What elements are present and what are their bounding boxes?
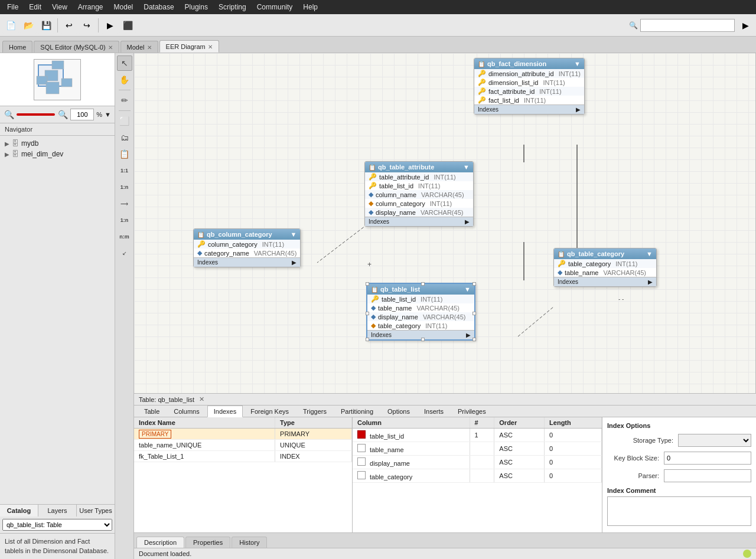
eer-table-category-header[interactable]: 📋 qb_table_category ▼ (554, 249, 656, 259)
tab-sql-editor[interactable]: SQL Editor (MySQL-0) ✕ (34, 41, 119, 53)
col-row-table-list-id[interactable]: table_list_id 1 ASC 0 (353, 429, 602, 442)
eer-table-category-menu[interactable]: ▼ (646, 250, 653, 257)
save-button[interactable]: 💾 (38, 17, 54, 34)
stop-button[interactable]: ⬛ (119, 17, 136, 34)
resize-handle-tm[interactable] (421, 282, 425, 286)
menu-view[interactable]: View (47, 2, 72, 12)
eer-footer-arrow[interactable]: ▶ (648, 279, 653, 285)
editor-tab-privileges[interactable]: Privileges (451, 406, 493, 417)
menu-plugins[interactable]: Plugins (180, 2, 213, 12)
eer-footer-arrow[interactable]: ▶ (466, 332, 471, 338)
menu-scripting[interactable]: Scripting (214, 2, 251, 12)
zoom-input[interactable]: 100 (70, 109, 94, 120)
tool-relationship-11[interactable]: 1:1 (117, 163, 132, 178)
eer-footer-arrow[interactable]: ▶ (465, 218, 470, 225)
eer-table-attribute-menu[interactable]: ▼ (463, 164, 470, 171)
diagram-canvas[interactable]: + + - - 📋 qb_fact_dimension ▼ 🔑 dimensio… (134, 53, 755, 393)
redo-button[interactable]: ↪ (79, 17, 95, 34)
index-row-fk[interactable]: fk_Table_List_1 INDEX (134, 451, 352, 462)
col-checkbox-checked[interactable] (357, 430, 366, 439)
menu-edit[interactable]: Edit (24, 2, 46, 12)
tab-model-close[interactable]: ✕ (147, 44, 152, 51)
menu-help[interactable]: Help (298, 2, 322, 12)
eer-table-list-menu[interactable]: ▼ (464, 286, 471, 293)
storage-type-select[interactable] (678, 434, 751, 447)
eer-footer[interactable]: Indexes ▶ (474, 104, 584, 114)
tool-relationship-11b[interactable]: ⟶ (117, 196, 132, 211)
eer-column-category-menu[interactable]: ▼ (290, 231, 296, 238)
tool-relationship-1n2[interactable]: 1:n (117, 213, 132, 228)
col-row-table-category[interactable]: table_category ASC 0 (353, 469, 602, 483)
editor-tab-table[interactable]: Table (138, 406, 166, 417)
eer-footer[interactable]: Indexes ▶ (194, 257, 300, 267)
resize-handle-bl[interactable] (366, 338, 369, 341)
undo-button[interactable]: ↩ (61, 17, 77, 34)
menu-community[interactable]: Community (252, 2, 298, 12)
parser-input[interactable] (664, 469, 751, 482)
eer-footer-arrow[interactable]: ▶ (292, 259, 296, 266)
resize-handle-tl[interactable] (366, 282, 369, 286)
editor-tab-partitioning[interactable]: Partitioning (334, 406, 380, 417)
menu-model[interactable]: Model (109, 2, 138, 12)
eer-footer[interactable]: Indexes ▶ (365, 217, 473, 226)
sidebar-tab-layers[interactable]: Layers (38, 505, 77, 516)
col-checkbox-unchecked[interactable] (357, 457, 366, 466)
eer-footer-arrow[interactable]: ▶ (576, 106, 581, 113)
btm-tab-description[interactable]: Description (136, 537, 184, 548)
col-row-display-name[interactable]: display_name ASC 0 (353, 456, 602, 469)
editor-tab-inserts[interactable]: Inserts (418, 406, 450, 417)
editor-tab-options[interactable]: Options (381, 406, 416, 417)
index-comment-textarea[interactable] (607, 496, 751, 526)
resize-handle-tr[interactable] (472, 282, 476, 286)
table-title-close[interactable]: ✕ (199, 395, 204, 403)
tool-table[interactable]: 📋 (117, 146, 132, 162)
col-checkbox-unchecked[interactable] (357, 471, 366, 479)
tool-relationship-nm[interactable]: n:m (117, 229, 132, 244)
index-row-unique[interactable]: table_name_UNIQUE UNIQUE (134, 440, 352, 451)
new-button[interactable]: 📄 (2, 17, 19, 34)
editor-tab-indexes[interactable]: Indexes (207, 406, 243, 417)
eer-column-category-header[interactable]: 📋 qb_column_category ▼ (194, 229, 300, 240)
tool-hand[interactable]: ✋ (117, 72, 132, 87)
resize-handle-bm[interactable] (421, 338, 425, 341)
btm-tab-properties[interactable]: Properties (185, 537, 230, 548)
zoom-out-button[interactable]: 🔍 (4, 110, 14, 119)
navigator-button[interactable]: Navigator (0, 123, 115, 136)
open-button[interactable]: 📂 (20, 17, 37, 34)
execute-button[interactable]: ▶ (102, 17, 118, 34)
search-input[interactable] (640, 19, 735, 32)
menu-database[interactable]: Database (139, 2, 178, 12)
tree-item-mydb[interactable]: ▶ 🗄 mydb (2, 138, 112, 149)
tool-relationship-1n[interactable]: 1:n (117, 179, 132, 195)
col-row-table-name[interactable]: table_name ASC 0 (353, 442, 602, 456)
btm-tab-history[interactable]: History (232, 537, 267, 548)
zoom-in-button[interactable]: 🔍 (57, 110, 68, 119)
menu-arrange[interactable]: Arrange (73, 2, 108, 12)
tool-relationship-spec[interactable]: ↙ (117, 246, 132, 261)
editor-tab-foreignkeys[interactable]: Foreign Keys (244, 406, 295, 417)
tool-box[interactable]: ⬜ (117, 113, 132, 129)
tab-eer-diagram[interactable]: EER Diagram ✕ (159, 40, 219, 53)
tool-view[interactable]: 🗂 (117, 130, 132, 145)
tree-item-meidimdev[interactable]: ▶ 🗄 mei_dim_dev (2, 149, 112, 159)
col-checkbox-unchecked[interactable] (357, 444, 366, 452)
sidebar-tab-usertypes[interactable]: User Types (77, 505, 115, 516)
zoom-slider[interactable] (17, 113, 55, 116)
search-submit-button[interactable]: ▶ (737, 17, 754, 34)
eer-table-fact-dimension-header[interactable]: 📋 qb_fact_dimension ▼ (474, 58, 584, 69)
index-row-primary[interactable]: PRIMARY PRIMARY (134, 429, 352, 440)
tool-eraser[interactable]: ✏ (117, 93, 132, 108)
eer-table-fact-dimension-menu[interactable]: ▼ (574, 60, 581, 67)
tab-home[interactable]: Home (2, 41, 32, 53)
key-block-input[interactable] (664, 452, 751, 465)
resize-handle-br[interactable] (472, 338, 476, 341)
tool-cursor[interactable]: ↖ (117, 55, 132, 71)
tab-sql-close[interactable]: ✕ (108, 44, 113, 51)
zoom-dropdown-icon[interactable]: ▼ (105, 111, 111, 118)
sidebar-tab-catalog[interactable]: Catalog (0, 505, 38, 516)
tab-eer-close[interactable]: ✕ (208, 44, 213, 50)
resize-handle-ml[interactable] (366, 312, 369, 315)
eer-footer[interactable]: Indexes ▶ (554, 277, 656, 286)
menu-file[interactable]: File (2, 2, 23, 12)
table-select-dropdown[interactable]: qb_table_list: Table (2, 519, 112, 531)
